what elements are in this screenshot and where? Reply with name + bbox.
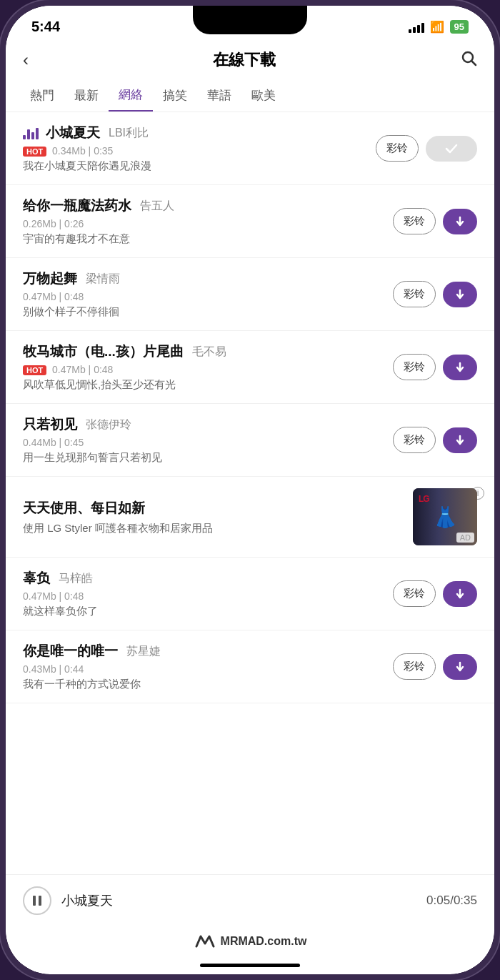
search-button[interactable] (460, 49, 477, 71)
item-actions: 彩铃 (393, 354, 477, 380)
download-button[interactable] (443, 355, 477, 380)
ringtone-button[interactable]: 彩铃 (393, 580, 436, 607)
list-item: 牧马城市（电...孩）片尾曲 毛不易 HOT 0.47Mb | 0:48 风吹草… (6, 331, 494, 404)
song-title: 万物起舞 (23, 269, 77, 288)
song-artist: 告五人 (140, 199, 174, 214)
title-row: 你是唯一的唯一 苏星婕 (23, 642, 384, 660)
song-artist: 马梓皓 (59, 571, 93, 586)
ringtone-button[interactable]: 彩铃 (376, 135, 419, 162)
song-list: 小城夏天 LBI利比 HOT 0.34Mb | 0:35 我在小城夏天陪你遇见浪… (6, 112, 494, 874)
bottom-bar: MRMAD.com.tw (6, 926, 494, 964)
title-row: 给你一瓶魔法药水 告五人 (23, 197, 384, 215)
title-row: 天天使用、每日如新 (23, 499, 404, 518)
phone-frame: 5:44 📶 95 ‹ 在線下載 (0, 0, 500, 980)
tab-western[interactable]: 歐美 (241, 80, 286, 111)
signal-bar-2 (413, 27, 416, 33)
tab-funny[interactable]: 搞笑 (153, 80, 197, 111)
home-indicator (200, 964, 300, 967)
battery-indicator: 95 (450, 20, 469, 34)
tab-latest[interactable]: 最新 (64, 80, 109, 111)
song-artist: 苏星婕 (126, 644, 161, 659)
item-info: 只若初见 张德伊玲 0.44Mb | 0:45 用一生兑现那句誓言只若初见 (23, 415, 384, 465)
list-item: 辜负 马梓皓 0.47Mb | 0:48 就这样辜负你了 彩铃 (6, 558, 494, 630)
ringtone-button[interactable]: 彩铃 (393, 354, 436, 380)
player-bar: 小城夏天 0:05/0:35 (6, 874, 494, 926)
song-lyric: 宇宙的有趣我才不在意 (23, 232, 384, 246)
hot-badge: HOT (23, 147, 46, 157)
song-lyric: 我有一千种的方式说爱你 (23, 678, 384, 691)
item-info: 小城夏天 LBI利比 HOT 0.34Mb | 0:35 我在小城夏天陪你遇见浪… (23, 124, 367, 173)
back-button[interactable]: ‹ (23, 50, 29, 70)
signal-bar-3 (417, 25, 420, 33)
download-button[interactable] (443, 209, 477, 234)
item-info: 万物起舞 梁情雨 0.47Mb | 0:48 别做个样子不停徘徊 (23, 269, 384, 319)
song-title: 牧马城市（电...孩）片尾曲 (23, 342, 184, 361)
song-lyric: 我在小城夏天陪你遇见浪漫 (23, 159, 367, 173)
item-info: 牧马城市（电...孩）片尾曲 毛不易 HOT 0.47Mb | 0:48 风吹草… (23, 342, 384, 392)
chart-icon (23, 127, 39, 139)
song-meta: HOT 0.34Mb | 0:35 (23, 145, 367, 157)
song-title: 小城夏天 (46, 124, 100, 142)
status-icons: 📶 95 (409, 20, 469, 34)
list-item: 给你一瓶魔法药水 告五人 0.26Mb | 0:26 宇宙的有趣我才不在意 彩铃 (6, 185, 494, 258)
ad-title: 天天使用、每日如新 (23, 499, 145, 518)
screen: 5:44 📶 95 ‹ 在線下載 (6, 6, 494, 974)
mrmad-logo: MRMAD.com.tw (194, 934, 307, 949)
ringtone-button[interactable]: 彩铃 (393, 281, 436, 307)
item-actions: 彩铃 (393, 281, 477, 307)
title-row: 万物起舞 梁情雨 (23, 269, 384, 288)
download-button[interactable] (443, 654, 477, 680)
song-lyric: 风吹草低见惆怅,抬头至少还有光 (23, 378, 384, 392)
item-actions: 彩铃 (393, 427, 477, 453)
pause-button[interactable] (23, 886, 51, 915)
song-meta: 0.26Mb | 0:26 (23, 218, 384, 229)
song-meta: 0.47Mb | 0:48 (23, 291, 384, 302)
song-artist: 梁情雨 (86, 272, 120, 287)
download-done-button[interactable] (426, 136, 477, 162)
song-title: 你是唯一的唯一 (23, 642, 118, 660)
ringtone-button[interactable]: 彩铃 (393, 427, 436, 453)
tab-bar: 熱門 最新 網絡 搞笑 華語 歐美 (6, 79, 494, 112)
tab-chinese[interactable]: 華語 (197, 80, 241, 111)
player-song-title: 小城夏天 (61, 892, 426, 909)
song-meta: HOT 0.47Mb | 0:48 (23, 364, 384, 375)
item-info: 你是唯一的唯一 苏星婕 0.43Mb | 0:44 我有一千种的方式说爱你 (23, 642, 384, 691)
song-meta: 0.47Mb | 0:48 (23, 590, 384, 602)
status-time: 5:44 (31, 19, 60, 35)
tab-hot[interactable]: 熱門 (20, 80, 64, 111)
tab-network[interactable]: 網絡 (109, 79, 153, 112)
song-artist: LBI利比 (109, 126, 149, 141)
ad-badge: AD (456, 533, 474, 543)
ad-image: LG AD (413, 488, 477, 545)
list-item: 只若初见 张德伊玲 0.44Mb | 0:45 用一生兑现那句誓言只若初见 彩铃 (6, 404, 494, 477)
ad-item[interactable]: i 天天使用、每日如新 使用 LG Styler 呵護各種衣物和居家用品 LG … (6, 477, 494, 558)
notch (193, 6, 307, 34)
item-info: 辜负 马梓皓 0.47Mb | 0:48 就这样辜负你了 (23, 569, 384, 618)
song-title: 给你一瓶魔法药水 (23, 197, 131, 215)
svg-rect-9 (39, 896, 41, 906)
download-button[interactable] (443, 581, 477, 607)
title-row: 只若初见 张德伊玲 (23, 415, 384, 434)
song-lyric: 就这样辜负你了 (23, 605, 384, 618)
ad-description: 使用 LG Styler 呵護各種衣物和居家用品 (23, 522, 404, 535)
list-item: 万物起舞 梁情雨 0.47Mb | 0:48 别做个样子不停徘徊 彩铃 (6, 258, 494, 331)
download-button[interactable] (443, 282, 477, 307)
svg-line-1 (472, 61, 476, 66)
player-time: 0:05/0:35 (426, 894, 477, 908)
item-actions: 彩铃 (376, 135, 477, 162)
ringtone-button[interactable]: 彩铃 (393, 653, 436, 680)
song-title: 只若初见 (23, 415, 77, 434)
list-item: 你是唯一的唯一 苏星婕 0.43Mb | 0:44 我有一千种的方式说爱你 彩铃 (6, 630, 494, 703)
ad-info: 天天使用、每日如新 使用 LG Styler 呵護各種衣物和居家用品 (23, 499, 404, 535)
song-meta: 0.43Mb | 0:44 (23, 663, 384, 675)
mrmad-icon (194, 934, 216, 949)
song-artist: 张德伊玲 (86, 417, 131, 432)
item-actions: 彩铃 (393, 653, 477, 680)
signal-bar-4 (421, 23, 424, 33)
brand-text: MRMAD.com.tw (221, 935, 307, 948)
ringtone-button[interactable]: 彩铃 (393, 208, 436, 234)
title-row: 小城夏天 LBI利比 (23, 124, 367, 142)
song-artist: 毛不易 (192, 345, 226, 360)
hot-badge: HOT (23, 365, 46, 375)
download-button[interactable] (443, 427, 477, 453)
